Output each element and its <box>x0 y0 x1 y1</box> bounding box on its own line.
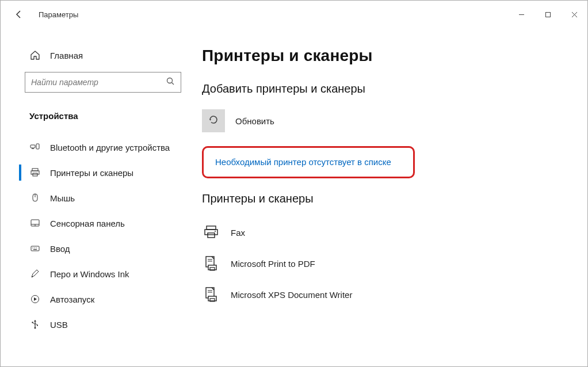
sidebar-home[interactable]: Главная <box>1 47 190 64</box>
printer-item-fax[interactable]: Fax <box>202 219 570 246</box>
svg-point-4 <box>167 78 173 83</box>
sidebar-item-pen[interactable]: Перо и Windows Ink <box>1 261 190 286</box>
fax-icon <box>202 223 220 242</box>
home-icon <box>29 50 41 60</box>
touchpad-icon <box>29 218 41 228</box>
close-button[interactable] <box>561 1 587 28</box>
document-printer-icon <box>202 285 220 304</box>
printer-label: Fax <box>231 228 245 238</box>
usb-icon <box>29 319 41 330</box>
svg-line-5 <box>172 83 174 85</box>
back-button[interactable] <box>12 7 26 21</box>
svg-rect-31 <box>207 226 216 230</box>
svg-point-22 <box>32 276 33 277</box>
sidebar-item-autoplay[interactable]: Автозапуск <box>1 286 190 312</box>
document-printer-icon <box>202 254 220 273</box>
refresh-button[interactable] <box>202 109 225 132</box>
sidebar-item-mouse[interactable]: Мышь <box>1 185 190 211</box>
svg-rect-21 <box>33 249 37 250</box>
refresh-row: Обновить <box>202 109 570 132</box>
bluetooth-devices-icon <box>29 142 41 152</box>
keyboard-icon <box>29 243 41 254</box>
svg-rect-6 <box>30 145 35 148</box>
printer-not-listed-link[interactable]: Необходимый принтер отсутствует в списке <box>215 157 391 167</box>
page-title: Принтеры и сканеры <box>202 47 570 65</box>
printer-list: Fax Microsoft Print to PDF Microsoft XPS… <box>202 219 570 308</box>
sidebar-item-label: Принтеры и сканеры <box>50 168 133 178</box>
svg-point-19 <box>34 247 35 248</box>
content-area: Главная Устройства Bluetooth и другие ус… <box>1 28 587 366</box>
svg-point-18 <box>32 247 33 248</box>
svg-rect-10 <box>31 171 39 174</box>
svg-rect-8 <box>36 144 39 149</box>
search-wrap <box>1 72 190 93</box>
settings-window: Параметры Главная <box>0 0 588 367</box>
minimize-button[interactable] <box>508 1 534 28</box>
refresh-icon <box>208 114 219 128</box>
search-icon <box>166 77 175 88</box>
sidebar-item-label: Bluetooth и другие устройства <box>50 143 170 152</box>
refresh-label: Обновить <box>235 116 274 126</box>
window-controls <box>508 1 587 28</box>
mouse-icon <box>29 193 41 203</box>
sidebar-item-touchpad[interactable]: Сенсорная панель <box>1 211 190 236</box>
sidebar-item-label: USB <box>50 320 68 330</box>
sidebar-item-bluetooth[interactable]: Bluetooth и другие устройства <box>1 135 190 160</box>
sidebar-item-label: Мышь <box>50 193 75 203</box>
sidebar-item-label: Ввод <box>50 244 70 254</box>
svg-rect-1 <box>545 12 550 17</box>
add-section-title: Добавить принтеры и сканеры <box>202 82 570 95</box>
svg-marker-30 <box>209 119 211 121</box>
svg-marker-27 <box>34 320 36 322</box>
window-title: Параметры <box>39 10 78 19</box>
printer-icon <box>29 167 41 178</box>
highlight-box: Необходимый принтер отсутствует в списке <box>202 146 415 178</box>
svg-rect-32 <box>205 230 217 235</box>
autoplay-icon <box>29 294 41 304</box>
printer-label: Microsoft XPS Document Writer <box>231 290 352 300</box>
pen-icon <box>29 269 41 279</box>
titlebar: Параметры <box>1 1 587 28</box>
main-panel: Принтеры и сканеры Добавить принтеры и с… <box>190 28 587 366</box>
list-section-title: Принтеры и сканеры <box>202 192 570 205</box>
svg-rect-9 <box>32 169 38 171</box>
maximize-button[interactable] <box>534 1 561 28</box>
sidebar-item-printers[interactable]: Принтеры и сканеры <box>1 160 190 185</box>
svg-point-20 <box>36 247 36 248</box>
sidebar-item-typing[interactable]: Ввод <box>1 236 190 261</box>
svg-rect-7 <box>32 148 34 149</box>
svg-rect-17 <box>31 246 39 251</box>
sidebar-item-label: Автозапуск <box>50 295 94 304</box>
sidebar: Главная Устройства Bluetooth и другие ус… <box>1 28 190 366</box>
svg-point-26 <box>35 327 36 329</box>
sidebar-item-label: Сенсорная панель <box>50 219 125 228</box>
svg-marker-24 <box>34 297 37 301</box>
printer-item-print-to-pdf[interactable]: Microsoft Print to PDF <box>202 250 570 277</box>
sidebar-item-usb[interactable]: USB <box>1 312 190 337</box>
svg-rect-29 <box>37 325 38 326</box>
printer-label: Microsoft Print to PDF <box>231 259 315 269</box>
svg-rect-33 <box>208 233 215 238</box>
sidebar-home-label: Главная <box>50 51 83 60</box>
printer-item-xps-writer[interactable]: Microsoft XPS Document Writer <box>202 281 570 308</box>
svg-point-34 <box>215 231 216 232</box>
sidebar-category: Устройства <box>1 105 190 127</box>
search-box[interactable] <box>25 72 181 93</box>
svg-point-28 <box>32 322 33 323</box>
search-input[interactable] <box>31 78 166 87</box>
sidebar-item-label: Перо и Windows Ink <box>50 269 129 279</box>
